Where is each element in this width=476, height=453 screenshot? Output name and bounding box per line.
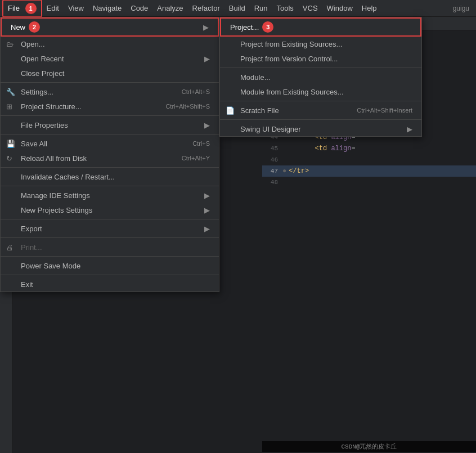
menu-scratch-label: Scratch File	[240, 106, 279, 115]
menubar-user: guigu	[453, 5, 474, 12]
separator-9	[1, 275, 219, 275]
menu-power-save-label: Power Save Mode	[21, 262, 80, 270]
menu-item-project-existing[interactable]: Project from Existing Sources...	[220, 37, 421, 51]
structure-icon: ⊞	[6, 102, 12, 111]
line-46: 46	[262, 154, 476, 165]
menu-item-file-properties[interactable]: File Properties ▶	[1, 118, 219, 132]
menu-item-settings[interactable]: 🔧 Settings... Ctrl+Alt+S	[1, 84, 219, 99]
menu-item-close-project[interactable]: Close Project	[1, 66, 219, 80]
menu-exit-label: Exit	[21, 280, 33, 289]
swing-arrow: ▶	[407, 125, 412, 133]
menu-export-label: Export	[21, 225, 42, 233]
menu-item-open-recent[interactable]: Open Recent ▶	[1, 51, 219, 66]
menu-item-export[interactable]: Export ▶	[1, 221, 219, 236]
menu-new-projects-settings-label: New Projects Settings	[21, 206, 92, 214]
settings-shortcut: Ctrl+Alt+S	[182, 88, 210, 95]
file-properties-arrow: ▶	[204, 121, 210, 129]
menu-item-power-save[interactable]: Power Save Mode	[1, 258, 219, 273]
menubar-run[interactable]: Run	[250, 2, 272, 15]
save-all-shortcut: Ctrl+S	[192, 140, 210, 147]
new-separator-1	[220, 68, 421, 68]
menu-project-vcs-label: Project from Version Control...	[240, 55, 338, 63]
menu-reload-label: Reload All from Disk	[21, 154, 87, 163]
annotation-3: 3	[262, 21, 273, 33]
menu-item-module-existing[interactable]: Module from Existing Sources...	[220, 84, 421, 99]
new-separator-3	[220, 119, 421, 120]
menu-project-label: Project...	[230, 23, 259, 32]
menu-item-project[interactable]: Project... 3	[220, 17, 421, 37]
menubar: File 1 Edit View Navigate Code Analyze R…	[0, 0, 476, 17]
menu-file-properties-label: File Properties	[21, 121, 68, 129]
menu-item-new-projects-settings[interactable]: New Projects Settings ▶	[1, 203, 219, 217]
menu-settings-label: Settings...	[21, 88, 53, 96]
wrench-icon: 🔧	[6, 88, 15, 96]
line-47: 47 ● </tr>	[262, 165, 476, 177]
reload-shortcut: Ctrl+Alt+Y	[182, 155, 210, 162]
menu-item-scratch[interactable]: 📄 Scratch File Ctrl+Alt+Shift+Insert	[220, 103, 421, 118]
menubar-code[interactable]: Code	[126, 2, 152, 15]
file-menu-dropdown: New 2 ▶ 🗁 Open... Open Recent ▶ Close Pr…	[0, 17, 219, 292]
menu-save-all-label: Save All	[21, 140, 47, 148]
annotation-2: 2	[29, 21, 40, 33]
menubar-analyze[interactable]: Analyze	[152, 2, 187, 15]
menu-project-existing-label: Project from Existing Sources...	[240, 40, 342, 48]
separator-8	[1, 256, 219, 257]
reload-icon: ↻	[6, 154, 12, 163]
menu-open-label: Open...	[21, 40, 45, 48]
menu-item-manage-ide[interactable]: Manage IDE Settings ▶	[1, 188, 219, 203]
menubar-build[interactable]: Build	[224, 2, 250, 15]
menu-item-open[interactable]: 🗁 Open...	[1, 37, 219, 51]
menubar-view[interactable]: View	[64, 2, 88, 15]
scratch-icon: 📄	[226, 106, 235, 115]
menu-module-existing-label: Module from Existing Sources...	[240, 88, 344, 96]
new-projects-settings-arrow: ▶	[204, 206, 210, 214]
menubar-help[interactable]: Help	[357, 2, 381, 15]
menu-manage-ide-label: Manage IDE Settings	[21, 191, 90, 200]
menu-item-swing[interactable]: Swing UI Designer ▶	[220, 122, 421, 136]
new-submenu: Project... 3 Project from Existing Sourc…	[219, 17, 422, 137]
menu-item-invalidate[interactable]: Invalidate Caches / Restart...	[1, 169, 219, 184]
menubar-vcs[interactable]: VCS	[298, 2, 322, 15]
menu-item-project-structure[interactable]: ⊞ Project Structure... Ctrl+Alt+Shift+S	[1, 99, 219, 114]
menu-item-save-all[interactable]: 💾 Save All Ctrl+S	[1, 136, 219, 151]
separator-1	[1, 82, 219, 83]
print-icon: 🖨	[6, 243, 14, 252]
line-48: 48	[262, 177, 476, 188]
menubar-window[interactable]: Window	[322, 2, 357, 15]
menu-swing-label: Swing UI Designer	[240, 125, 301, 133]
menu-item-reload[interactable]: ↻ Reload All from Disk Ctrl+Alt+Y	[1, 151, 219, 165]
separator-7	[1, 237, 219, 238]
manage-ide-arrow: ▶	[204, 191, 210, 200]
menu-item-print[interactable]: 🖨 Print...	[1, 240, 219, 254]
folder-icon: 🗁	[6, 40, 14, 48]
export-arrow: ▶	[204, 225, 210, 233]
menubar-tools[interactable]: Tools	[272, 2, 298, 15]
menu-item-exit[interactable]: Exit	[1, 277, 219, 291]
menubar-refactor[interactable]: Refactor	[188, 2, 224, 15]
file-menu: New 2 ▶ 🗁 Open... Open Recent ▶ Close Pr…	[0, 17, 219, 292]
menubar-file-label: File	[8, 4, 20, 12]
menu-print-label: Print...	[21, 243, 42, 252]
separator-4	[1, 167, 219, 168]
watermark: CSDN@兀然的皮卡丘	[262, 441, 476, 452]
menu-project-structure-label: Project Structure...	[21, 102, 82, 111]
menu-item-project-vcs[interactable]: Project from Version Control...	[220, 51, 421, 66]
new-separator-2	[220, 101, 421, 101]
save-icon: 💾	[6, 140, 15, 148]
menu-item-module[interactable]: Module...	[220, 70, 421, 84]
separator-2	[1, 115, 219, 116]
menu-item-new[interactable]: New 2 ▶	[1, 17, 219, 37]
separator-5	[1, 186, 219, 186]
menu-close-project-label: Close Project	[21, 69, 64, 78]
menubar-edit[interactable]: Edit	[42, 2, 64, 15]
separator-6	[1, 219, 219, 219]
open-recent-arrow: ▶	[204, 55, 210, 63]
scratch-shortcut: Ctrl+Alt+Shift+Insert	[357, 107, 412, 114]
new-submenu-arrow: ▶	[203, 23, 209, 32]
menubar-navigate[interactable]: Navigate	[88, 2, 126, 15]
menu-open-recent-label: Open Recent	[21, 55, 64, 63]
annotation-1: 1	[25, 3, 37, 14]
separator-3	[1, 134, 219, 134]
menu-new-label: New	[11, 23, 25, 32]
menubar-file[interactable]: File 1	[2, 0, 42, 17]
